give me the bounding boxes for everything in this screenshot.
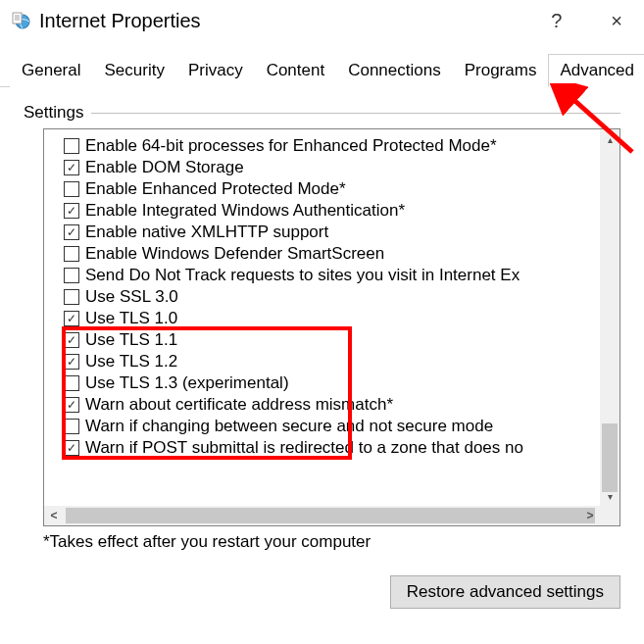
settings-item-label: Warn if changing between secure and not … [85,417,493,436]
settings-item-label: Use TLS 1.2 [85,352,177,372]
settings-item-label: Enable Enhanced Protected Mode* [85,179,346,199]
checkbox[interactable] [64,246,79,262]
settings-item-label: Use TLS 1.0 [85,309,177,328]
tab-advanced[interactable]: Advanced [548,54,644,87]
scroll-corner [600,506,619,525]
settings-item-label: Use TLS 1.3 (experimental) [85,373,289,393]
settings-item-label: Enable 64-bit processes for Enhanced Pro… [85,136,497,156]
checkbox[interactable] [64,289,79,305]
settings-item[interactable]: ✓Enable native XMLHTTP support [64,222,619,243]
settings-item[interactable]: Enable 64-bit processes for Enhanced Pro… [64,135,619,157]
window-title: Internet Properties [39,10,551,32]
checkbox[interactable] [64,268,79,283]
tab-general[interactable]: General [10,54,92,87]
vertical-scrollbar[interactable]: ▴ ▾ [600,129,619,506]
vertical-scroll-thumb[interactable] [602,423,618,492]
settings-item[interactable]: ✓Use TLS 1.1 [64,329,619,351]
scroll-up-arrow-icon[interactable]: ▴ [600,129,619,149]
settings-item[interactable]: Send Do Not Track requests to sites you … [64,265,619,286]
scroll-down-arrow-icon[interactable]: ▾ [600,486,619,506]
settings-item[interactable]: Warn if changing between secure and not … [64,416,619,437]
settings-item[interactable]: ✓Use TLS 1.2 [64,351,619,372]
horizontal-scrollbar[interactable]: < > [44,506,600,525]
settings-item-label: Enable Integrated Windows Authentication… [85,201,405,221]
checkbox[interactable]: ✓ [64,397,79,413]
checkbox[interactable]: ✓ [64,311,79,326]
settings-item-label: Enable DOM Storage [85,158,244,177]
settings-item[interactable]: Enable Enhanced Protected Mode* [64,178,619,200]
scroll-right-arrow-icon[interactable]: > [580,506,600,525]
checkbox[interactable]: ✓ [64,440,79,456]
svg-rect-1 [13,13,22,24]
checkbox[interactable]: ✓ [64,354,79,370]
settings-item-label: Use SSL 3.0 [85,287,178,307]
tab-content[interactable]: Content [255,54,337,87]
restore-advanced-settings-button[interactable]: Restore advanced settings [390,575,620,609]
settings-group-text: Settings [24,103,91,123]
checkbox[interactable] [64,375,79,391]
settings-item[interactable]: ✓Enable DOM Storage [64,157,619,178]
help-button[interactable]: ? [551,10,562,32]
settings-item[interactable]: ✓Warn about certificate address mismatch… [64,394,619,416]
internet-options-icon [12,11,31,30]
restart-note: *Takes effect after you restart your com… [43,532,620,552]
titlebar: Internet Properties ? × [0,0,644,41]
checkbox[interactable] [64,181,79,197]
settings-item[interactable]: Use SSL 3.0 [64,286,619,308]
settings-item[interactable]: ✓Warn if POST submittal is redirected to… [64,437,619,459]
scroll-left-arrow-icon[interactable]: < [44,506,64,525]
tab-programs[interactable]: Programs [453,54,549,87]
checkbox[interactable]: ✓ [64,160,79,175]
checkbox[interactable]: ✓ [64,224,79,240]
settings-item[interactable]: Use TLS 1.3 (experimental) [64,372,619,394]
checkbox[interactable] [64,138,79,154]
settings-item[interactable]: Enable Windows Defender SmartScreen [64,243,619,265]
close-button[interactable]: × [601,8,632,34]
settings-item-label: Enable Windows Defender SmartScreen [85,244,384,264]
settings-item-label: Send Do Not Track requests to sites you … [85,266,520,285]
settings-item-label: Use TLS 1.1 [85,330,177,350]
group-divider [91,113,620,114]
settings-item-label: Warn if POST submittal is redirected to … [85,438,523,458]
checkbox[interactable] [64,419,79,434]
checkbox[interactable]: ✓ [64,332,79,348]
tab-connections[interactable]: Connections [336,54,453,87]
settings-item[interactable]: ✓Enable Integrated Windows Authenticatio… [64,200,619,222]
settings-item-label: Warn about certificate address mismatch* [85,395,393,415]
tab-security[interactable]: Security [92,54,175,87]
settings-listbox[interactable]: Enable 64-bit processes for Enhanced Pro… [43,128,620,526]
checkbox[interactable]: ✓ [64,203,79,219]
horizontal-scroll-thumb[interactable] [66,508,595,523]
settings-group-label: Settings [24,103,620,123]
tab-privacy[interactable]: Privacy [176,54,255,87]
settings-item-label: Enable native XMLHTTP support [85,223,328,242]
settings-item[interactable]: ✓Use TLS 1.0 [64,308,619,329]
tab-strip: GeneralSecurityPrivacyContentConnections… [0,41,644,87]
